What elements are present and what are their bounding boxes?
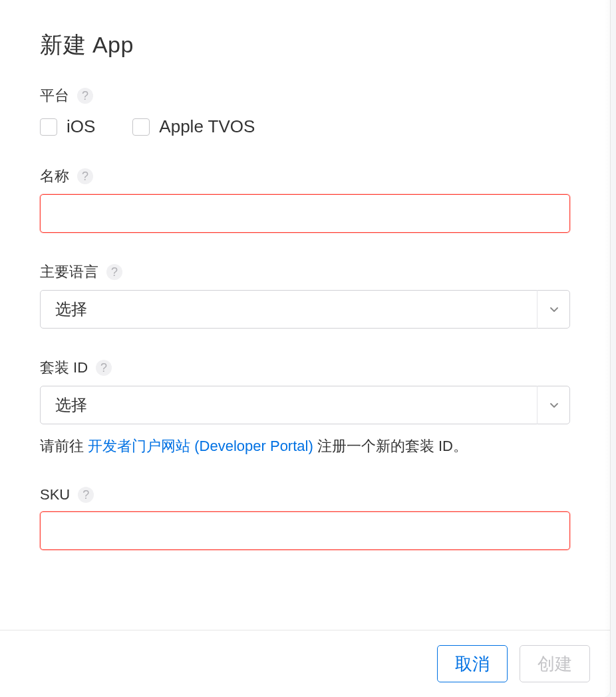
modal-body: 新建 App 平台 ? iOS Apple TVOS 名称: [0, 0, 610, 593]
help-icon[interactable]: ?: [77, 168, 93, 184]
modal-footer: 取消 创建: [0, 630, 610, 697]
checkbox-box: [132, 118, 150, 136]
cancel-button-label: 取消: [455, 652, 490, 676]
sku-group: SKU ?: [40, 486, 570, 550]
checkbox-box: [40, 118, 57, 136]
platform-ios-checkbox[interactable]: iOS: [40, 116, 95, 137]
language-select-wrap: 选择: [40, 290, 570, 329]
bundle-label-row: 套装 ID ?: [40, 358, 570, 378]
bundle-hint: 请前往 开发者门户网站 (Developer Portal) 注册一个新的套装 …: [40, 435, 570, 457]
platform-group: 平台 ? iOS Apple TVOS: [40, 86, 570, 137]
bundle-select[interactable]: 选择: [40, 386, 570, 424]
sku-label-row: SKU ?: [40, 486, 570, 503]
name-label: 名称: [40, 166, 69, 186]
checkbox-label-ios: iOS: [67, 116, 95, 137]
platform-checkbox-row: iOS Apple TVOS: [40, 116, 570, 137]
bundle-group: 套装 ID ? 选择 请前往 开发者门户网站 (Developer Portal…: [40, 358, 570, 457]
cancel-button[interactable]: 取消: [437, 645, 508, 682]
language-label-row: 主要语言 ?: [40, 262, 570, 282]
help-icon[interactable]: ?: [106, 264, 122, 280]
sku-input[interactable]: [40, 511, 570, 550]
language-label: 主要语言: [40, 262, 98, 282]
sku-label: SKU: [40, 486, 70, 503]
language-select[interactable]: 选择: [40, 290, 570, 329]
bundle-hint-prefix: 请前往: [40, 438, 88, 454]
help-icon[interactable]: ?: [96, 360, 112, 376]
help-icon[interactable]: ?: [78, 487, 94, 503]
name-label-row: 名称 ?: [40, 166, 570, 186]
bundle-selected-value: 选择: [55, 394, 87, 416]
bundle-hint-suffix: 注册一个新的套装 ID。: [313, 438, 468, 454]
name-group: 名称 ?: [40, 166, 570, 233]
language-group: 主要语言 ? 选择: [40, 262, 570, 329]
create-button[interactable]: 创建: [520, 645, 590, 682]
platform-tvos-checkbox[interactable]: Apple TVOS: [132, 116, 255, 137]
bundle-select-wrap: 选择: [40, 386, 570, 424]
name-input[interactable]: [40, 194, 570, 233]
checkbox-label-tvos: Apple TVOS: [159, 116, 255, 137]
language-selected-value: 选择: [55, 299, 87, 320]
create-button-label: 创建: [538, 652, 572, 676]
platform-label: 平台: [40, 86, 69, 106]
modal-title: 新建 App: [40, 30, 570, 61]
platform-label-row: 平台 ?: [40, 86, 570, 106]
developer-portal-link[interactable]: 开发者门户网站 (Developer Portal): [88, 438, 313, 454]
help-icon[interactable]: ?: [77, 88, 93, 104]
new-app-modal: 新建 App 平台 ? iOS Apple TVOS 名称: [0, 0, 611, 697]
bundle-label: 套装 ID: [40, 358, 88, 378]
